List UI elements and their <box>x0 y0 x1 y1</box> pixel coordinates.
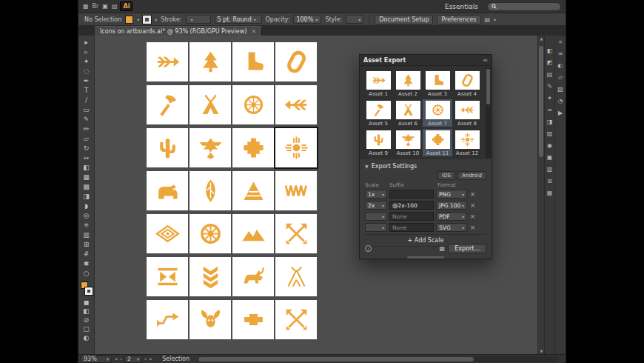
layers-panel-icon[interactable]: ▥ <box>545 164 554 174</box>
artboard-tile[interactable] <box>275 214 317 253</box>
export-button[interactable]: Export... <box>448 244 486 253</box>
artboard-number-select[interactable]: 2 ▾ <box>124 356 142 363</box>
scale-tool[interactable]: ↔ <box>80 153 93 163</box>
panel-header[interactable]: Asset Export ≡ <box>360 55 492 66</box>
scale-select[interactable]: ▾ <box>365 212 387 221</box>
save-status-icon[interactable]: ▣ <box>102 3 108 10</box>
last-artboard-button[interactable]: » <box>149 356 152 362</box>
color-panel-icon[interactable]: ◧ <box>545 46 554 56</box>
scroll-up-icon[interactable]: ▲ <box>539 36 544 41</box>
style-select[interactable]: ▾ <box>346 15 363 24</box>
fill-color-control[interactable] <box>125 16 133 24</box>
artboard-tile[interactable] <box>189 128 231 167</box>
artboard-tile[interactable] <box>147 42 188 81</box>
pen-tool[interactable]: ✒ <box>80 76 93 86</box>
format-select[interactable]: PDF▾ <box>436 212 467 221</box>
brush-definition-select[interactable]: 5 pt. Round▾ <box>215 15 262 24</box>
document-setup-button[interactable]: Document Setup <box>375 15 433 24</box>
slice-tool[interactable]: # <box>80 250 93 259</box>
symbols-panel-icon[interactable]: ✦ <box>545 93 554 103</box>
remove-scale-button[interactable]: × <box>469 213 476 220</box>
vertical-scrollbar[interactable]: ▲ ▼ <box>537 36 544 354</box>
align-options-icon[interactable]: ▤ <box>485 16 491 23</box>
android-preset-button[interactable]: Android <box>457 171 486 180</box>
info-panel-icon[interactable]: ◔ <box>556 96 566 106</box>
asset-list-scrollbar[interactable] <box>486 67 491 158</box>
artboard-tile[interactable] <box>275 85 317 124</box>
mesh-tool[interactable]: ▩ <box>80 182 93 192</box>
artboard-tile[interactable] <box>275 42 317 81</box>
artboard-tile[interactable] <box>189 85 231 124</box>
chevron-down-icon[interactable]: ▾ <box>494 17 496 22</box>
eyedropper-tool[interactable]: ◗ <box>80 202 93 211</box>
suffix-input[interactable]: None <box>389 223 434 232</box>
stroke-color-swatch[interactable] <box>85 287 93 295</box>
artboard-tile[interactable] <box>189 257 231 296</box>
artboards-panel-icon[interactable]: ⊞ <box>545 176 554 186</box>
selection-tool[interactable]: ▸ <box>80 38 93 47</box>
asset-item[interactable]: Asset 2 <box>393 70 423 97</box>
fill-stroke-swatches[interactable] <box>80 282 93 296</box>
asset-item[interactable]: Asset 5 <box>363 99 393 127</box>
ios-preset-button[interactable]: iOS <box>437 171 455 180</box>
app-home-icon[interactable]: ▦ <box>83 3 89 10</box>
export-artboards-icon[interactable]: ▦ <box>440 245 446 252</box>
canvas[interactable]: Asset Export ≡ Asset 1 <box>95 36 544 354</box>
paintbrush-tool[interactable]: ✎ <box>80 115 93 124</box>
navigator-panel-icon[interactable]: ▧ <box>556 84 566 94</box>
gradient-button[interactable]: ◧ <box>80 307 93 316</box>
asset-item[interactable]: Asset 6 <box>393 99 423 127</box>
symbol-sprayer-tool[interactable]: ✳ <box>80 221 93 230</box>
close-tab-icon[interactable]: × <box>251 28 256 35</box>
hand-tool[interactable]: ✱ <box>80 259 93 269</box>
zoom-tool[interactable]: ○ <box>80 269 93 279</box>
artboard-tile[interactable] <box>147 257 188 296</box>
horizontal-scrollbar[interactable] <box>197 356 559 362</box>
transform-panel-icon[interactable]: ▱ <box>556 73 566 82</box>
zoom-level-select[interactable]: 93% ▾ <box>81 356 112 363</box>
scale-select[interactable]: ▾ <box>365 223 387 232</box>
column-graph-tool[interactable]: ▥ <box>80 230 93 240</box>
none-button[interactable]: ⊘ <box>80 316 93 324</box>
scroll-down-icon[interactable]: ▼ <box>539 349 544 353</box>
format-select[interactable]: PNG▾ <box>436 190 467 199</box>
next-artboard-button[interactable]: › <box>144 356 147 362</box>
format-select[interactable]: JPG 100▾ <box>436 201 467 210</box>
shape-builder-tool[interactable]: ◧ <box>80 163 93 173</box>
scrollbar-thumb[interactable] <box>486 69 490 104</box>
appearance-panel-icon[interactable]: ◉ <box>545 141 554 150</box>
artboard-tile[interactable] <box>147 171 188 210</box>
artboard-tile[interactable] <box>275 128 317 167</box>
artboard-tile[interactable] <box>232 300 274 339</box>
stroke-panel-icon[interactable]: ≡ <box>545 105 554 115</box>
draw-mode-icon[interactable]: ▢ <box>80 324 93 333</box>
artboard-tile[interactable] <box>275 257 317 296</box>
arrange-documents-icon[interactable]: ▤ <box>112 3 118 10</box>
disclosure-triangle-icon[interactable]: ▼ <box>365 164 369 169</box>
artboard-tile[interactable] <box>232 85 274 124</box>
stroke-color-control[interactable] <box>143 16 151 24</box>
pathfinder-panel-icon[interactable]: ◐ <box>556 61 566 70</box>
remove-scale-button[interactable]: × <box>469 190 476 198</box>
gradient-panel-icon[interactable]: ◨ <box>545 117 554 127</box>
suffix-input[interactable] <box>389 190 434 199</box>
asset-item[interactable]: Asset 3 <box>423 70 452 97</box>
scale-select[interactable]: 1x▾ <box>365 190 387 199</box>
swatches-panel-icon[interactable]: ▤ <box>545 70 554 79</box>
color-button[interactable]: ◼ <box>80 298 93 307</box>
export-settings-header[interactable]: ▼ Export Settings <box>365 161 486 170</box>
perspective-grid-tool[interactable]: ▦ <box>80 173 93 182</box>
remove-scale-button[interactable]: × <box>469 224 476 231</box>
transparency-panel-icon[interactable]: ▨ <box>545 129 554 139</box>
info-icon[interactable]: i <box>365 245 372 252</box>
scrollbar-thumb[interactable] <box>198 357 474 362</box>
rotate-tool[interactable]: ↻ <box>80 144 93 153</box>
graphic-styles-panel-icon[interactable]: ▣ <box>545 153 554 162</box>
magic-wand-tool[interactable]: ✦ <box>80 57 93 67</box>
direct-selection-tool[interactable]: ▹ <box>80 47 93 57</box>
artboard-tile[interactable] <box>189 171 231 210</box>
artboard-tile[interactable] <box>232 214 274 253</box>
asset-item[interactable]: Asset 7 <box>423 99 452 127</box>
artboard-tile[interactable] <box>232 42 274 81</box>
artboard-tile[interactable] <box>147 300 188 339</box>
